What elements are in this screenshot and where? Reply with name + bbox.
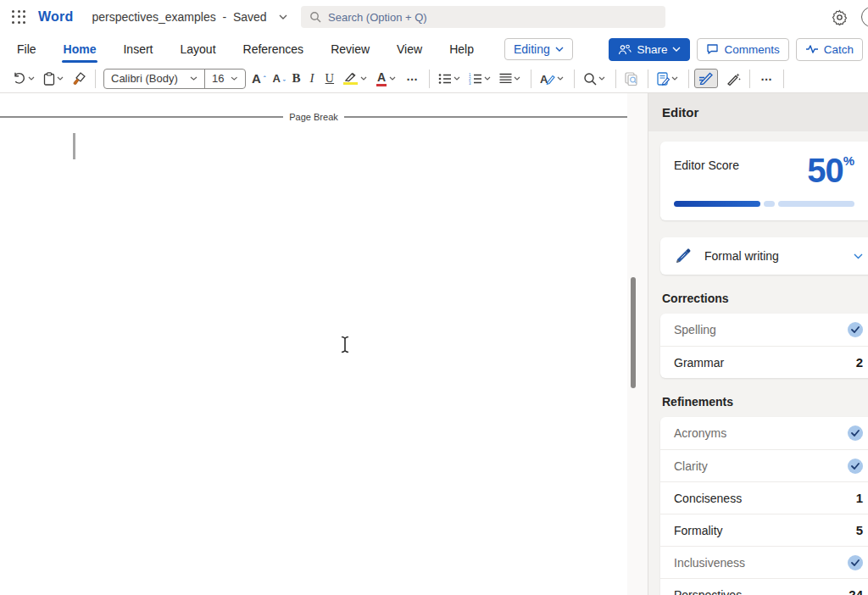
- share-people-icon: [618, 44, 632, 55]
- menu-file[interactable]: File: [15, 36, 38, 62]
- italic-button[interactable]: I: [304, 69, 320, 88]
- document-scrollbar[interactable]: [627, 93, 648, 595]
- settings-gear-icon[interactable]: [832, 9, 848, 25]
- list-item-perspectives[interactable]: Perspectives 24: [660, 578, 868, 595]
- svg-text:3: 3: [469, 81, 471, 85]
- underline-button[interactable]: U: [320, 69, 339, 88]
- page-break-divider: Page Break: [0, 112, 627, 122]
- paste-button[interactable]: [40, 70, 69, 88]
- editor-score-progress-bar: [674, 201, 854, 207]
- content-area: Page Break Editor Editor Score 50%: [0, 93, 868, 595]
- numbered-list-button[interactable]: 123: [465, 70, 496, 87]
- menu-home[interactable]: Home: [62, 36, 98, 62]
- editor-score-label: Editor Score: [674, 153, 739, 172]
- menu-help[interactable]: Help: [448, 36, 476, 62]
- editor-score-unit: %: [843, 153, 854, 168]
- title-chevron-down-icon[interactable]: [279, 14, 287, 19]
- writing-style-label: Formal writing: [704, 249, 779, 263]
- refinements-list: Acronyms Clarity Conciseness 1 Forma: [660, 417, 868, 595]
- menu-review[interactable]: Review: [329, 36, 371, 62]
- bullet-list-button[interactable]: [435, 70, 465, 87]
- list-item-acronyms[interactable]: Acronyms: [660, 417, 868, 449]
- list-item-inclusiveness[interactable]: Inclusiveness: [660, 546, 868, 578]
- check-badge-icon: [848, 555, 863, 570]
- text-highlight-button[interactable]: [339, 70, 372, 87]
- editor-score-card: Editor Score 50%: [660, 142, 868, 220]
- grow-font-button[interactable]: Aˆ: [248, 70, 270, 87]
- check-badge-icon: [848, 425, 863, 441]
- menu-insert[interactable]: Insert: [121, 36, 154, 62]
- menu-references[interactable]: References: [242, 36, 306, 62]
- app-launcher-icon[interactable]: [12, 10, 26, 25]
- align-button[interactable]: [496, 70, 526, 86]
- comments-button[interactable]: Comments: [697, 38, 788, 61]
- font-color-button[interactable]: A: [372, 68, 401, 89]
- search-placeholder: Search (Option + Q): [328, 11, 427, 24]
- issue-count: 1: [856, 491, 863, 505]
- format-painter-icon[interactable]: [69, 70, 90, 88]
- check-badge-icon: [848, 322, 863, 337]
- corrections-section-title: Corrections: [662, 292, 868, 305]
- magic-wand-icon[interactable]: [723, 70, 744, 88]
- list-item-conciseness[interactable]: Conciseness 1: [660, 481, 868, 514]
- search-icon: [309, 11, 321, 23]
- shrink-font-button[interactable]: Aˆ: [270, 70, 289, 86]
- styles-button[interactable]: A: [537, 70, 569, 87]
- pulse-activity-icon: [805, 45, 819, 53]
- check-badge-icon: [848, 459, 863, 474]
- writing-style-selector[interactable]: Formal writing: [660, 237, 868, 275]
- font-controls: Calibri (Body) 16: [103, 69, 246, 89]
- bold-button[interactable]: B: [289, 69, 304, 88]
- scrollbar-thumb[interactable]: [631, 277, 636, 388]
- account-avatar[interactable]: [861, 7, 868, 27]
- fountain-pen-icon: [674, 247, 693, 265]
- menu-layout[interactable]: Layout: [178, 36, 217, 62]
- document-title[interactable]: perspectives_examples - Saved: [92, 10, 266, 24]
- undo-button[interactable]: [8, 70, 40, 87]
- corrections-list: Spelling Grammar 2: [660, 314, 868, 378]
- list-item-formality[interactable]: Formality 5: [660, 514, 868, 546]
- more-font-options-button[interactable]: ⋯: [401, 70, 424, 88]
- save-status: Saved: [233, 10, 267, 24]
- document-canvas[interactable]: Page Break: [0, 93, 627, 595]
- writing-style-chevron-icon: [854, 253, 863, 259]
- list-item-spelling[interactable]: Spelling: [660, 314, 868, 346]
- formatting-toolbar: Calibri (Body) 16 Aˆ Aˆ B I U A ⋯ 123 A: [0, 64, 868, 93]
- issue-count: 5: [856, 523, 863, 537]
- more-toolbar-options-button[interactable]: ⋯: [755, 70, 778, 88]
- search-input[interactable]: Search (Option + Q): [301, 6, 665, 28]
- text-caret: [73, 133, 75, 159]
- share-button[interactable]: Share: [609, 38, 690, 61]
- issue-count: 2: [856, 355, 863, 370]
- font-size-select[interactable]: 16: [204, 70, 245, 88]
- issue-count: 24: [849, 587, 863, 595]
- editor-score-value: 50: [807, 152, 843, 189]
- list-item-clarity[interactable]: Clarity: [660, 449, 868, 481]
- mouse-ibeam-cursor: [340, 336, 350, 353]
- editor-panel-header: Editor: [648, 93, 868, 131]
- editor-panel-title: Editor: [662, 105, 698, 120]
- list-item-grammar[interactable]: Grammar 2: [660, 346, 868, 378]
- reuse-files-icon[interactable]: [621, 70, 643, 88]
- ribbon-menu-bar: File Home Insert Layout References Revie…: [0, 34, 868, 64]
- refinements-section-title: Refinements: [662, 395, 868, 409]
- font-name-select[interactable]: Calibri (Body): [104, 70, 204, 88]
- designer-button[interactable]: [654, 70, 683, 88]
- comment-bubble-icon: [706, 43, 719, 55]
- catch-up-button[interactable]: Catch: [796, 38, 863, 61]
- find-button[interactable]: [580, 70, 610, 88]
- page-break-label: Page Break: [283, 112, 343, 122]
- top-bar: Word perspectives_examples - Saved Searc…: [0, 0, 868, 34]
- editing-mode-button[interactable]: Editing: [504, 38, 573, 60]
- editor-button[interactable]: [694, 69, 718, 88]
- app-name[interactable]: Word: [38, 9, 73, 25]
- editor-panel: Editor Editor Score 50% Formal writing: [648, 93, 868, 595]
- menu-view[interactable]: View: [395, 36, 424, 62]
